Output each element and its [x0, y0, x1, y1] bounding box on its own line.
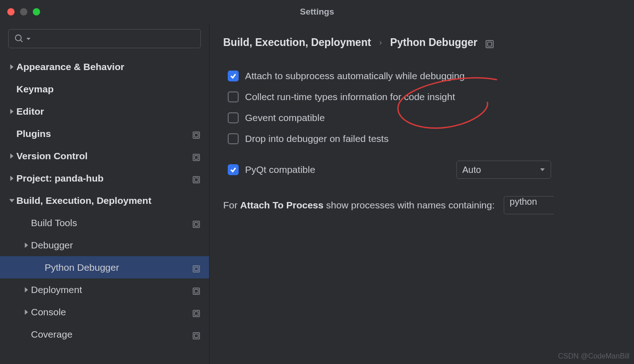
- sidebar-item-label: Coverage: [31, 329, 193, 340]
- settings-tree: Appearance & BehaviorKeymapEditorPlugins…: [0, 56, 209, 364]
- search-icon: [14, 34, 24, 44]
- attach-subprocess-row[interactable]: Attach to subprocess automatically while…: [223, 71, 634, 81]
- minimize-window-button[interactable]: [20, 8, 27, 15]
- attach-process-row: For Attach To Process show processes wit…: [223, 196, 634, 214]
- sidebar-item-label: Build Tools: [31, 217, 193, 228]
- watermark: CSDN @CodeManBill: [558, 352, 629, 360]
- sidebar-item-label: Deployment: [31, 284, 193, 295]
- sidebar-item-build-execution-deployment[interactable]: Build, Execution, Deployment: [0, 189, 209, 212]
- pyqt-select-value: Auto: [462, 165, 481, 175]
- svg-rect-6: [193, 177, 199, 183]
- pyqt-select[interactable]: Auto: [456, 161, 551, 179]
- svg-rect-2: [193, 132, 199, 138]
- scope-icon: [193, 308, 200, 316]
- sidebar-item-deployment[interactable]: Deployment: [0, 278, 209, 301]
- chevron-icon: [7, 197, 16, 204]
- scope-icon: [486, 39, 494, 47]
- scope-icon: [193, 219, 200, 227]
- sidebar-item-label: Debugger: [31, 240, 200, 251]
- svg-rect-8: [193, 221, 199, 228]
- svg-rect-5: [194, 156, 198, 159]
- svg-rect-13: [194, 289, 198, 293]
- svg-rect-12: [193, 288, 199, 294]
- chevron-icon: [22, 309, 31, 315]
- svg-rect-14: [193, 310, 199, 317]
- svg-rect-11: [194, 267, 198, 271]
- drop-debugger-label: Drop into debugger on failed tests: [245, 133, 389, 144]
- chevron-icon: [7, 64, 16, 70]
- scope-icon: [193, 152, 200, 160]
- chevron-icon: [22, 242, 31, 248]
- window-title: Settings: [300, 7, 334, 17]
- sidebar-item-version-control[interactable]: Version Control: [0, 145, 209, 167]
- sidebar-item-label: Console: [31, 307, 193, 318]
- sidebar-item-coverage[interactable]: Coverage: [0, 323, 209, 345]
- titlebar: Settings: [0, 0, 634, 24]
- svg-rect-9: [194, 222, 198, 226]
- pyqt-label: PyQt compatible: [245, 164, 450, 175]
- svg-rect-19: [488, 42, 492, 46]
- sidebar-item-label: Build, Execution, Deployment: [16, 195, 200, 206]
- attach-subprocess-label: Attach to subprocess automatically while…: [245, 71, 465, 81]
- sidebar-item-keymap[interactable]: Keymap: [0, 78, 209, 100]
- pyqt-checkbox[interactable]: [228, 164, 239, 175]
- chevron-icon: [7, 153, 16, 159]
- sidebar-item-appearance-behavior[interactable]: Appearance & Behavior: [0, 56, 209, 78]
- collect-runtime-label: Collect run-time types information for c…: [245, 91, 455, 102]
- sidebar-item-label: Python Debugger: [45, 262, 193, 273]
- sidebar-item-label: Project: panda-hub: [16, 173, 193, 184]
- sidebar-item-label: Plugins: [16, 128, 193, 139]
- svg-line-1: [20, 40, 23, 42]
- sidebar-item-build-tools[interactable]: Build Tools: [0, 212, 209, 234]
- svg-rect-4: [193, 154, 199, 161]
- scope-icon: [193, 331, 200, 338]
- breadcrumb-current: Python Debugger: [390, 36, 478, 49]
- svg-rect-18: [486, 40, 493, 48]
- maximize-window-button[interactable]: [33, 8, 40, 15]
- gevent-label: Gevent compatible: [245, 112, 325, 123]
- chevron-icon: [7, 175, 16, 182]
- svg-rect-10: [193, 266, 199, 272]
- scope-icon: [193, 264, 200, 271]
- gevent-checkbox[interactable]: [228, 112, 239, 123]
- drop-debugger-row[interactable]: Drop into debugger on failed tests: [223, 133, 634, 144]
- breadcrumb-parent[interactable]: Build, Execution, Deployment: [223, 36, 371, 49]
- chevron-icon: [7, 108, 16, 115]
- collect-runtime-checkbox[interactable]: [228, 91, 239, 102]
- chevron-down-icon: [540, 167, 545, 172]
- sidebar-item-console[interactable]: Console: [0, 301, 209, 323]
- attach-process-input[interactable]: python: [504, 196, 554, 214]
- sidebar-item-project-panda-hub[interactable]: Project: panda-hub: [0, 167, 209, 189]
- scope-icon: [193, 130, 200, 137]
- scope-icon: [193, 175, 200, 182]
- svg-rect-17: [194, 334, 198, 338]
- svg-rect-7: [194, 178, 198, 182]
- gevent-row[interactable]: Gevent compatible: [223, 112, 634, 123]
- sidebar-item-python-debugger[interactable]: Python Debugger: [0, 256, 209, 278]
- sidebar-item-editor[interactable]: Editor: [0, 100, 209, 122]
- window-controls: [7, 8, 40, 15]
- chevron-down-icon: [26, 36, 31, 41]
- close-window-button[interactable]: [7, 8, 15, 15]
- svg-point-0: [15, 35, 21, 41]
- search-input[interactable]: [33, 34, 195, 44]
- sidebar-item-plugins[interactable]: Plugins: [0, 122, 209, 145]
- svg-rect-15: [194, 312, 198, 315]
- sidebar-item-label: Keymap: [16, 84, 200, 95]
- settings-sidebar: Appearance & BehaviorKeymapEditorPlugins…: [0, 24, 210, 364]
- svg-rect-16: [193, 333, 199, 339]
- settings-search[interactable]: [8, 29, 201, 48]
- svg-rect-3: [194, 133, 198, 137]
- sidebar-item-label: Editor: [16, 106, 200, 117]
- sidebar-item-label: Appearance & Behavior: [16, 61, 200, 72]
- attach-subprocess-checkbox[interactable]: [228, 71, 239, 81]
- collect-runtime-row[interactable]: Collect run-time types information for c…: [223, 91, 634, 102]
- sidebar-item-debugger[interactable]: Debugger: [0, 234, 209, 256]
- settings-content: Build, Execution, Deployment › Python De…: [210, 24, 634, 364]
- chevron-icon: [22, 287, 31, 293]
- scope-icon: [193, 286, 200, 293]
- attach-process-text: For Attach To Process show processes wit…: [223, 200, 495, 211]
- drop-debugger-checkbox[interactable]: [228, 133, 239, 144]
- sidebar-item-label: Version Control: [16, 151, 193, 162]
- breadcrumb: Build, Execution, Deployment › Python De…: [223, 36, 634, 49]
